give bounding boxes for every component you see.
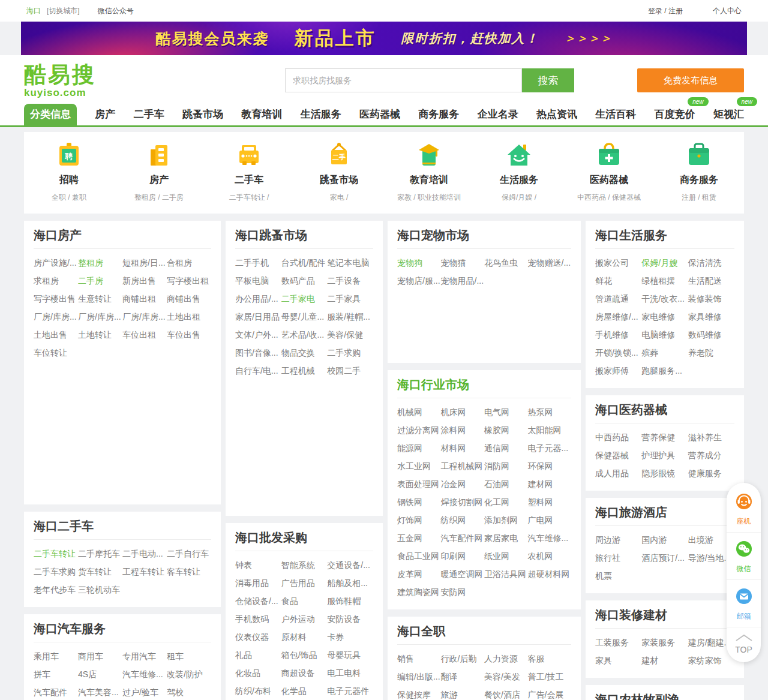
category-name[interactable]: 跳蚤市场 <box>320 174 358 187</box>
category-item-flea-market[interactable]: 二手 跳蚤市场 家电 / <box>294 132 384 214</box>
category-link[interactable]: 建材网 <box>528 475 572 493</box>
category-link[interactable]: 车位转让 <box>34 344 78 362</box>
category-link[interactable]: 涂料网 <box>441 421 485 439</box>
category-link[interactable]: 仪表仪器 <box>235 628 281 646</box>
category-link[interactable]: 行政/后勤 <box>441 650 485 668</box>
category-link[interactable]: 卫浴洁具网 <box>484 565 528 583</box>
category-item-education[interactable]: 教育培训 家教 / 职业技能培训 <box>384 132 474 214</box>
category-link[interactable]: 国内游 <box>641 531 688 549</box>
category-link[interactable]: 石油网 <box>484 475 528 493</box>
category-link[interactable]: 户外运动 <box>281 610 328 628</box>
search-input[interactable] <box>285 68 522 92</box>
category-link[interactable]: 汽车美容... <box>78 683 122 700</box>
category-link[interactable]: 水工业网 <box>397 457 441 475</box>
category-link[interactable]: 宠物狗 <box>397 254 441 272</box>
nav-tab[interactable]: 生活服务 <box>301 104 341 125</box>
nav-tab[interactable]: 分类信息 <box>24 104 77 125</box>
category-link[interactable]: 平板电脑 <box>235 272 281 290</box>
category-link[interactable]: 翻译 <box>441 668 485 686</box>
category-link[interactable]: 家具 <box>595 651 641 669</box>
nav-tab[interactable]: 百度竞价 new <box>655 104 695 125</box>
category-link[interactable]: 食品 <box>281 592 328 610</box>
category-link[interactable]: 写字楼出售 <box>34 290 78 308</box>
free-post-button[interactable]: 免费发布信息 <box>637 68 744 92</box>
nav-tab[interactable]: 房产 <box>95 104 115 125</box>
category-link[interactable]: 机床网 <box>441 403 485 421</box>
category-link[interactable]: 搬家师傅 <box>595 362 641 380</box>
category-link[interactable]: 船舶及相... <box>327 574 373 592</box>
category-link[interactable]: 商用车 <box>78 647 122 665</box>
category-link[interactable]: 工程机械 <box>281 362 328 380</box>
category-link[interactable]: 母婴玩具 <box>327 646 373 664</box>
category-link[interactable]: 房屋维修/... <box>595 308 641 326</box>
category-link[interactable]: 图书/音像... <box>235 344 281 362</box>
category-link[interactable]: 营养保健 <box>641 428 688 446</box>
category-link[interactable]: 二手设备 <box>327 272 373 290</box>
nav-tab[interactable]: 生活百科 <box>595 104 636 125</box>
category-sub-links[interactable]: 家电 / <box>330 193 349 203</box>
wechat-button[interactable]: 微信 <box>727 533 761 580</box>
category-link[interactable]: 跑腿服务... <box>641 362 688 380</box>
category-link[interactable]: 建筑陶瓷网 <box>397 583 441 601</box>
category-link[interactable]: 车位出售 <box>167 326 211 344</box>
category-link[interactable]: 二手家具 <box>327 290 373 308</box>
category-link[interactable]: 酒店预订/... <box>641 549 688 567</box>
category-link[interactable]: 整租房 <box>78 254 122 272</box>
category-link[interactable]: 土地出售 <box>34 326 78 344</box>
category-link[interactable]: 文体/户外... <box>235 326 281 344</box>
category-link[interactable]: 销售 <box>397 650 441 668</box>
category-link[interactable]: 二手家电 <box>281 290 328 308</box>
category-link[interactable]: 手机数码 <box>235 610 281 628</box>
category-link[interactable]: 旅游 <box>441 686 485 700</box>
category-link[interactable]: 汽车维修... <box>528 529 572 547</box>
category-link[interactable]: 厂房/库房... <box>122 308 167 326</box>
category-link[interactable]: 宠物赠送/... <box>528 254 572 272</box>
category-link[interactable]: 数码维修 <box>688 326 734 344</box>
category-sub-links[interactable]: 中西药品 / 保健器械 <box>577 193 641 203</box>
category-link[interactable]: 汽车配件 <box>34 683 78 700</box>
category-link[interactable]: 客服 <box>528 650 572 668</box>
category-link[interactable]: 过户/验车 <box>122 683 167 700</box>
category-link[interactable]: 二手摩托车 <box>78 545 122 563</box>
category-link[interactable]: 自行车/电... <box>235 362 281 380</box>
category-link[interactable]: 热泵网 <box>528 403 572 421</box>
category-link[interactable]: 工装服务 <box>595 633 641 651</box>
category-link[interactable]: 家具维修 <box>688 308 734 326</box>
category-link[interactable]: 广告/会展 <box>528 686 572 700</box>
category-link[interactable]: 厂房/库房... <box>34 308 78 326</box>
category-link[interactable]: 干洗/改衣... <box>641 290 688 308</box>
category-link[interactable]: 化工网 <box>484 493 528 511</box>
category-name[interactable]: 招聘 <box>59 174 79 187</box>
category-link[interactable]: 厂房/库房... <box>78 308 122 326</box>
contact-phone-button[interactable]: 座机 <box>727 485 761 533</box>
category-link[interactable]: 宠物用品/... <box>441 272 485 290</box>
category-link[interactable]: 家电维修 <box>641 308 688 326</box>
nav-tab[interactable]: 矩视汇 new <box>713 104 744 125</box>
site-logo[interactable]: 酷易搜 kuyiso.com <box>24 64 126 98</box>
category-link[interactable]: 智能系统 <box>281 556 328 574</box>
category-sub-links[interactable]: 注册 / 租赁 <box>682 193 716 203</box>
category-link[interactable]: 二手自行车 <box>167 545 211 563</box>
category-link[interactable]: 绿植租摆 <box>641 272 688 290</box>
category-link[interactable]: 塑料网 <box>528 493 572 511</box>
category-link[interactable]: 汽车配件网 <box>441 529 485 547</box>
category-link[interactable]: 礼品 <box>235 646 281 664</box>
category-link[interactable]: 校园二手 <box>327 362 373 380</box>
nav-tab[interactable]: 跳蚤市场 <box>182 104 223 125</box>
category-name[interactable]: 二手车 <box>235 174 263 187</box>
category-link[interactable]: 数码产品 <box>281 272 328 290</box>
category-link[interactable]: 短租房/日... <box>122 254 167 272</box>
category-link[interactable]: 人力资源 <box>484 650 528 668</box>
category-link[interactable]: 工程车转让 <box>122 563 167 581</box>
category-link[interactable]: 电脑维修 <box>641 326 688 344</box>
category-link[interactable]: 乘用车 <box>34 647 78 665</box>
category-item-recruit[interactable]: 聘 招聘 全职 / 兼职 <box>24 132 114 214</box>
category-link[interactable]: 中西药品 <box>595 428 641 446</box>
category-name[interactable]: 医药器械 <box>590 174 628 187</box>
category-link[interactable]: 表面处理网 <box>397 475 441 493</box>
category-link[interactable]: 改装/防护 <box>167 665 211 683</box>
category-link[interactable]: 印刷网 <box>441 547 485 565</box>
category-link[interactable]: 超硬材料网 <box>528 565 572 583</box>
category-link[interactable]: 保健器械 <box>595 446 641 464</box>
category-link[interactable]: 餐饮/酒店 <box>484 686 528 700</box>
